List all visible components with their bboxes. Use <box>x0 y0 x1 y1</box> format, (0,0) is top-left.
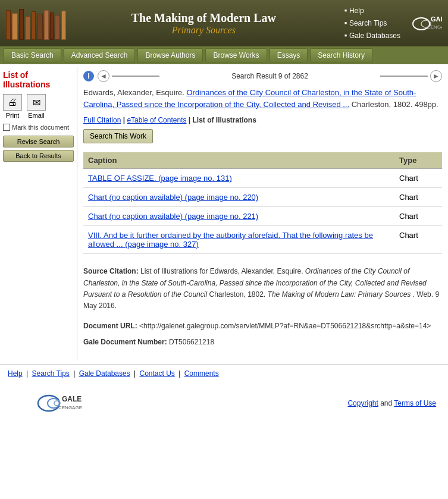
copyright-link[interactable]: Copyright <box>347 399 378 407</box>
search-history-btn[interactable]: Search History <box>310 48 372 62</box>
navigation-bar: Basic Search Advanced Search Browse Auth… <box>0 46 448 64</box>
content-area: i ◄ Search Result 9 of 2862 ► Edwards, A… <box>77 67 448 361</box>
header-books-image <box>6 7 66 40</box>
svg-text:CENGAGE Learning™: CENGAGE Learning™ <box>58 405 83 410</box>
result-navigation-row: i ◄ Search Result 9 of 2862 ► <box>83 70 442 82</box>
progress-bar-left <box>112 76 159 77</box>
gale-logo: GALE CENGAGE Learning <box>409 13 442 34</box>
breadcrumb-bar: Full Citation | eTable of Contents | Lis… <box>83 116 442 124</box>
source-citation-pub: Charleston, 1802. <box>209 290 265 299</box>
gale-doc-label: Gale Document Number: <box>83 338 167 346</box>
type-cell: Chart <box>394 226 442 254</box>
caption-link[interactable]: VIII. And be it further ordained by the … <box>88 231 373 249</box>
email-icon: ✉ <box>27 94 46 111</box>
previous-result-button[interactable]: ◄ <box>98 70 109 82</box>
info-icon[interactable]: i <box>83 71 94 81</box>
illustrations-table-body: TABLE OF ASSIZE. (page image no. 131)Cha… <box>83 169 442 254</box>
caption-link[interactable]: Chart (no caption available) (page image… <box>88 193 258 202</box>
main-content: List of Illustrations 🖨 Print ✉ Email Ma… <box>0 64 448 364</box>
illustrations-table: Caption Type TABLE OF ASSIZE. (page imag… <box>83 152 442 254</box>
source-citation: Source Citation: List of Illustrations f… <box>83 266 442 312</box>
etable-link[interactable]: eTable of Contents <box>127 116 186 124</box>
advanced-search-btn[interactable]: Advanced Search <box>64 48 136 62</box>
svg-text:GALE: GALE <box>62 395 82 403</box>
back-to-results-button[interactable]: Back to Results <box>3 150 74 162</box>
type-cell: Chart <box>394 188 442 207</box>
caption-cell: Chart (no caption available) (page image… <box>83 188 394 207</box>
page-header: The Making of Modern Law Primary Sources… <box>0 0 448 46</box>
mark-document-area[interactable]: Mark this document <box>3 124 74 131</box>
next-result-button[interactable]: ► <box>430 70 442 82</box>
caption-cell: Chart (no caption available) (page image… <box>83 207 394 226</box>
footer-comments-link[interactable]: Comments <box>184 369 219 378</box>
document-url: Document URL: <http://galenet.galegroup.… <box>83 321 442 332</box>
site-subtitle: Primary Sources <box>72 25 336 36</box>
caption-column-header: Caption <box>83 152 394 169</box>
caption-cell: VIII. And be it further ordained by the … <box>83 226 394 254</box>
doc-url-label: Document URL: <box>83 322 137 330</box>
search-this-work-button[interactable]: Search This Work <box>83 129 153 143</box>
source-citation-label: Source Citation: <box>83 267 139 275</box>
header-links: Help Search Tips Gale Databases <box>344 5 400 42</box>
print-icon: 🖨 <box>3 94 22 111</box>
and-text: and <box>380 399 392 407</box>
footer-contact-link[interactable]: Contact Us <box>140 369 175 378</box>
progress-bar-right <box>380 76 428 77</box>
email-item[interactable]: ✉ Email <box>27 94 46 119</box>
gale-logo-area: GALE CENGAGE Learning <box>409 13 442 34</box>
svg-text:GALE: GALE <box>431 15 442 23</box>
footer-copyright: Copyright and Terms of Use <box>347 399 436 407</box>
footer-gale-databases-link[interactable]: Gale Databases <box>79 369 130 378</box>
footer-links: Help | Search Tips | Gale Databases | Co… <box>0 364 448 382</box>
print-label: Print <box>6 112 20 119</box>
source-citation-series: The Making of Modern Law: Primary Source… <box>268 290 411 299</box>
help-link[interactable]: Help <box>349 7 364 15</box>
site-title: The Making of Modern Law <box>72 11 336 25</box>
gale-document-number: Gale Document Number: DT506621218 <box>83 338 442 346</box>
type-cell: Chart <box>394 207 442 226</box>
caption-cell: TABLE OF ASSIZE. (page image no. 131) <box>83 169 394 188</box>
gale-doc-value: DT506621218 <box>169 338 214 346</box>
revise-search-button[interactable]: Revise Search <box>3 136 74 147</box>
footer-logo-area: GALE CENGAGE Learning™ Copyright and Ter… <box>0 382 448 424</box>
gale-databases-link[interactable]: Gale Databases <box>349 32 400 40</box>
type-column-header: Type <box>394 152 442 169</box>
footer-gale-logo: GALE CENGAGE Learning™ <box>36 388 83 418</box>
full-citation-link[interactable]: Full Citation <box>83 116 121 124</box>
doc-pub-info: Charleston, 1802. 498pp. <box>352 100 438 109</box>
header-title-area: The Making of Modern Law Primary Sources <box>72 11 336 36</box>
caption-link[interactable]: Chart (no caption available) (page image… <box>88 212 258 221</box>
table-row: VIII. And be it further ordained by the … <box>83 226 442 254</box>
print-item[interactable]: 🖨 Print <box>3 94 22 119</box>
basic-search-btn[interactable]: Basic Search <box>4 48 61 62</box>
browse-authors-btn[interactable]: Browse Authors <box>137 48 203 62</box>
essays-btn[interactable]: Essays <box>270 48 308 62</box>
list-of-illustrations-label: List of Illustrations <box>193 116 256 124</box>
table-row: TABLE OF ASSIZE. (page image no. 131)Cha… <box>83 169 442 188</box>
terms-link[interactable]: Terms of Use <box>394 399 436 407</box>
search-tips-link[interactable]: Search Tips <box>349 19 387 27</box>
footer-help-link[interactable]: Help <box>8 369 23 378</box>
footer-gale-swirl-icon: GALE CENGAGE Learning™ <box>36 388 83 418</box>
browse-works-btn[interactable]: Browse Works <box>205 48 267 62</box>
print-email-icons: 🖨 Print ✉ Email <box>3 94 74 119</box>
sidebar-section-title: List of Illustrations <box>3 70 74 89</box>
document-reference: Edwards, Alexander, Esquire. Ordinances … <box>83 87 442 110</box>
type-cell: Chart <box>394 169 442 188</box>
mark-doc-label: Mark this document <box>12 124 69 131</box>
source-citation-text: List of Illustrations for Edwards, Alexa… <box>140 267 303 275</box>
footer-search-tips-link[interactable]: Search Tips <box>32 369 69 378</box>
caption-link[interactable]: TABLE OF ASSIZE. (page image no. 131) <box>88 174 232 183</box>
sidebar: List of Illustrations 🖨 Print ✉ Email Ma… <box>0 67 77 361</box>
mark-checkbox[interactable] <box>3 124 10 131</box>
table-row: Chart (no caption available) (page image… <box>83 188 442 207</box>
table-row: Chart (no caption available) (page image… <box>83 207 442 226</box>
search-result-count: Search Result 9 of 2862 <box>162 72 378 80</box>
gale-swirl-icon: GALE CENGAGE Learning <box>409 13 442 34</box>
doc-author: Edwards, Alexander, Esquire. <box>83 88 184 97</box>
email-label: Email <box>28 112 45 119</box>
svg-point-4 <box>38 396 59 411</box>
svg-text:CENGAGE Learning: CENGAGE Learning <box>427 24 442 30</box>
doc-url-value: <http://galenet.galegroup.com/servlet/MM… <box>139 322 431 330</box>
svg-point-5 <box>48 398 59 408</box>
